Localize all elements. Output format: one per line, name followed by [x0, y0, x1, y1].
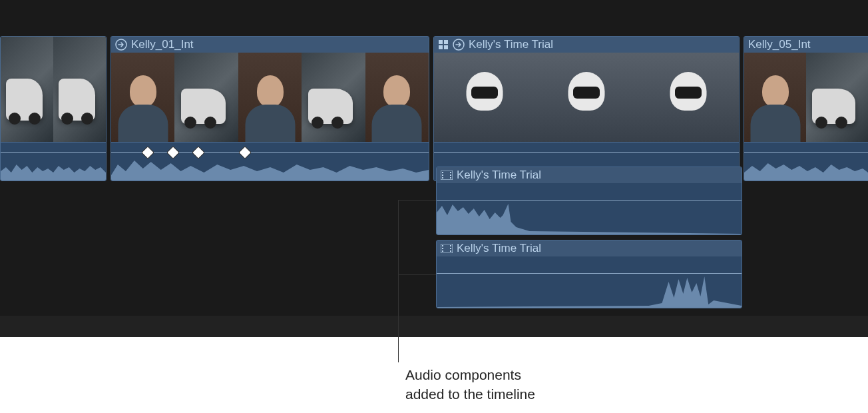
clip-header: Kelly's Time Trial: [434, 37, 739, 53]
svg-rect-18: [450, 248, 451, 249]
audio-component-title: Kelly's Time Trial: [457, 242, 541, 255]
clip-thumbnails[interactable]: [744, 53, 868, 142]
audio-component-header: Kelly's Time Trial: [437, 240, 742, 256]
thumbnail-frame: [1, 37, 53, 142]
svg-rect-12: [450, 177, 451, 179]
svg-rect-16: [442, 250, 443, 252]
clip[interactable]: Kelly's Time Trial: [433, 36, 740, 181]
timeline[interactable]: Kelly_01_Int: [0, 0, 868, 337]
audio-component-title: Kelly's Time Trial: [457, 169, 541, 182]
thumbnail-frame: [806, 53, 868, 142]
annotation-text: Audio componentsadded to the timeline: [405, 365, 535, 404]
thumbnail-frame: [238, 53, 302, 142]
through-edit-icon: [115, 39, 127, 51]
thumbnail-frame: [536, 53, 638, 142]
clip[interactable]: Kelly_01_Int: [110, 36, 429, 181]
svg-rect-15: [442, 248, 443, 249]
audio-component-body[interactable]: [437, 256, 742, 308]
thumbnail-frame: [365, 53, 429, 142]
clip[interactable]: Kelly_05_Int: [744, 36, 868, 181]
waveform: [1, 153, 106, 181]
audio-component[interactable]: Kelly's Time Trial: [436, 240, 742, 308]
clip-audio-waveform[interactable]: [1, 142, 106, 181]
thumbnail-frame: [302, 53, 365, 142]
clip-header: Kelly_05_Int: [744, 37, 868, 53]
timeline-bottom-strip: [0, 316, 868, 337]
clip-audio-waveform[interactable]: [111, 142, 429, 181]
svg-rect-9: [442, 177, 443, 179]
multicam-icon: [438, 39, 449, 50]
svg-rect-7: [442, 172, 443, 173]
thumbnail-frame: [53, 37, 106, 142]
clip-thumbnails[interactable]: [1, 37, 106, 142]
thumbnail-frame: [744, 53, 806, 142]
svg-rect-10: [450, 172, 451, 173]
callout-line: [398, 200, 436, 201]
waveform: [437, 201, 742, 235]
clip-title: Kelly's Time Trial: [469, 38, 553, 51]
svg-rect-17: [450, 245, 451, 246]
audio-component-header: Kelly's Time Trial: [437, 167, 742, 183]
filmstrip-icon: [441, 171, 453, 180]
audio-component[interactable]: Kelly's Time Trial: [436, 167, 742, 235]
waveform: [111, 153, 429, 181]
clip-thumbnails[interactable]: [434, 53, 739, 142]
thumbnail-frame: [637, 53, 739, 142]
svg-rect-19: [450, 250, 451, 252]
callout-line: [398, 274, 436, 275]
svg-rect-2: [444, 40, 448, 44]
svg-rect-4: [444, 45, 448, 49]
thumbnail-frame: [434, 53, 536, 142]
through-edit-icon: [453, 39, 465, 51]
svg-rect-8: [442, 175, 443, 176]
primary-storyline: Kelly_01_Int: [0, 36, 868, 181]
timeline-top-gap: [0, 0, 868, 36]
clip-title: Kelly_05_Int: [748, 38, 811, 51]
clip-title: Kelly_01_Int: [131, 38, 194, 51]
thumbnail-frame: [111, 53, 174, 142]
svg-rect-11: [450, 175, 451, 176]
waveform: [437, 274, 742, 308]
waveform: [744, 153, 868, 181]
svg-rect-3: [439, 45, 443, 49]
clip-header: Kelly_01_Int: [111, 37, 429, 53]
callout-line: [398, 200, 399, 362]
thumbnail-frame: [174, 53, 238, 142]
audio-level-line[interactable]: [434, 152, 739, 153]
svg-rect-14: [442, 245, 443, 246]
annotation-area: Audio componentsadded to the timeline: [0, 337, 868, 413]
audio-component-body[interactable]: [437, 183, 742, 235]
clip[interactable]: [0, 36, 107, 181]
filmstrip-icon: [441, 244, 453, 253]
clip-audio-waveform[interactable]: [744, 142, 868, 181]
svg-rect-1: [439, 40, 443, 44]
clip-thumbnails[interactable]: [111, 53, 429, 142]
